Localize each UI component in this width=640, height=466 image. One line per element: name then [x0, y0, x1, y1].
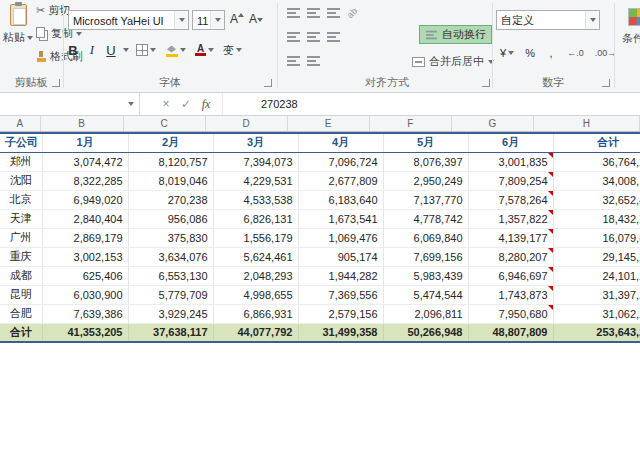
- cell[interactable]: 2,840,404: [42, 209, 128, 228]
- chevron-down-icon[interactable]: [123, 48, 129, 52]
- font-size-dropdown[interactable]: [210, 11, 224, 29]
- cell[interactable]: 7,950,680: [468, 304, 553, 323]
- cell[interactable]: 成都: [0, 266, 42, 285]
- cancel-button[interactable]: ×: [156, 97, 176, 111]
- font-size-select[interactable]: 11: [192, 10, 225, 30]
- number-dialog-launcher-icon[interactable]: [602, 79, 610, 87]
- column-header-H[interactable]: H: [534, 116, 640, 131]
- cell[interactable]: 合肥: [0, 304, 42, 323]
- increase-font-size-button[interactable]: A: [230, 12, 244, 26]
- number-format-select[interactable]: 自定义: [496, 10, 600, 30]
- total-cell[interactable]: 合计: [0, 323, 42, 342]
- cell[interactable]: 4,778,742: [383, 209, 468, 228]
- cell[interactable]: 34,008,174: [553, 171, 640, 190]
- cell[interactable]: 5,474,544: [383, 285, 468, 304]
- cell[interactable]: 广州: [0, 228, 42, 247]
- cell[interactable]: 1,556,179: [213, 228, 298, 247]
- increase-decimal-button[interactable]: ←.0: [565, 43, 586, 63]
- cell[interactable]: 8,120,757: [128, 152, 213, 171]
- font-color-button[interactable]: A: [193, 40, 216, 60]
- paste-button[interactable]: 粘贴: [3, 1, 33, 75]
- cell[interactable]: 31,397,237: [553, 285, 640, 304]
- cell[interactable]: 18,432,726: [553, 209, 640, 228]
- borders-button[interactable]: [134, 40, 158, 60]
- percent-style-button[interactable]: %: [523, 43, 537, 63]
- formula-input[interactable]: 270238: [222, 93, 640, 115]
- cell[interactable]: 6,949,020: [42, 190, 128, 209]
- alignment-dialog-launcher-icon[interactable]: [482, 79, 490, 87]
- cell[interactable]: 6,826,131: [213, 209, 298, 228]
- column-header-C[interactable]: C: [124, 116, 206, 131]
- header-cell[interactable]: 3月: [213, 133, 298, 152]
- cell[interactable]: 沈阳: [0, 171, 42, 190]
- name-box[interactable]: [0, 93, 140, 115]
- conditional-formatting-button[interactable]: 条件格式: [618, 3, 640, 83]
- cell[interactable]: 8,280,207: [468, 247, 553, 266]
- cell[interactable]: 郑州: [0, 152, 42, 171]
- cell[interactable]: 8,322,285: [42, 171, 128, 190]
- insert-function-button[interactable]: fx: [196, 97, 216, 112]
- clipboard-dialog-launcher-icon[interactable]: [52, 79, 60, 87]
- total-cell[interactable]: 44,077,792: [213, 323, 298, 342]
- cell[interactable]: 1,944,282: [298, 266, 383, 285]
- enter-button[interactable]: ✓: [176, 97, 196, 111]
- align-bottom-icon[interactable]: [327, 8, 340, 18]
- decrease-font-size-button[interactable]: A: [249, 12, 263, 26]
- name-box-dropdown[interactable]: [123, 102, 139, 106]
- total-cell[interactable]: 50,266,948: [383, 323, 468, 342]
- column-header-E[interactable]: E: [288, 116, 370, 131]
- column-header-G[interactable]: G: [452, 116, 534, 131]
- cell[interactable]: 昆明: [0, 285, 42, 304]
- cell[interactable]: 4,998,655: [213, 285, 298, 304]
- cell[interactable]: 270,238: [128, 190, 213, 209]
- column-header-A[interactable]: A: [0, 116, 41, 131]
- cell[interactable]: 6,030,900: [42, 285, 128, 304]
- italic-button[interactable]: I: [85, 40, 99, 60]
- cell[interactable]: 2,048,293: [213, 266, 298, 285]
- cell[interactable]: 5,779,709: [128, 285, 213, 304]
- column-header-B[interactable]: B: [41, 116, 124, 131]
- bold-button[interactable]: B: [66, 40, 80, 60]
- align-right-icon[interactable]: [327, 32, 340, 42]
- cell[interactable]: 6,946,697: [468, 266, 553, 285]
- cell[interactable]: 天津: [0, 209, 42, 228]
- cell[interactable]: 7,809,254: [468, 171, 553, 190]
- cell[interactable]: 16,079,681: [553, 228, 640, 247]
- cell[interactable]: 375,830: [128, 228, 213, 247]
- cell[interactable]: 7,578,264: [468, 190, 553, 209]
- cell[interactable]: 36,764,258: [553, 152, 640, 171]
- cell[interactable]: 4,533,538: [213, 190, 298, 209]
- total-cell[interactable]: 31,499,358: [298, 323, 383, 342]
- cell[interactable]: 1,069,476: [298, 228, 383, 247]
- cell[interactable]: 3,929,245: [128, 304, 213, 323]
- cell[interactable]: 7,394,073: [213, 152, 298, 171]
- underline-button[interactable]: U: [104, 40, 118, 60]
- cell[interactable]: 32,652,470: [553, 190, 640, 209]
- header-cell[interactable]: 2月: [128, 133, 213, 152]
- total-cell[interactable]: 48,807,809: [468, 323, 553, 342]
- phonetic-guide-button[interactable]: 变: [221, 40, 244, 60]
- cell[interactable]: 2,677,809: [298, 171, 383, 190]
- cell[interactable]: 8,076,397: [383, 152, 468, 171]
- cell[interactable]: 7,369,556: [298, 285, 383, 304]
- cell[interactable]: 重庆: [0, 247, 42, 266]
- cell[interactable]: 3,001,835: [468, 152, 553, 171]
- merge-center-button[interactable]: 合并后居中: [408, 52, 498, 71]
- header-cell[interactable]: 5月: [383, 133, 468, 152]
- wrap-text-button[interactable]: 自动换行: [419, 25, 492, 44]
- cell[interactable]: 625,406: [42, 266, 128, 285]
- cell[interactable]: 7,639,386: [42, 304, 128, 323]
- comma-style-button[interactable]: ,: [544, 43, 558, 63]
- font-name-dropdown[interactable]: [174, 11, 188, 29]
- header-cell[interactable]: 4月: [298, 133, 383, 152]
- total-cell[interactable]: 37,638,117: [128, 323, 213, 342]
- cell[interactable]: 24,101,247: [553, 266, 640, 285]
- header-cell[interactable]: 子公司: [0, 133, 42, 152]
- cell[interactable]: 2,096,811: [383, 304, 468, 323]
- decrease-indent-icon[interactable]: [287, 56, 300, 66]
- align-left-icon[interactable]: [287, 32, 300, 42]
- number-format-dropdown[interactable]: [585, 11, 599, 29]
- cell[interactable]: 2,950,249: [383, 171, 468, 190]
- column-header-D[interactable]: D: [206, 116, 288, 131]
- cell[interactable]: 8,019,046: [128, 171, 213, 190]
